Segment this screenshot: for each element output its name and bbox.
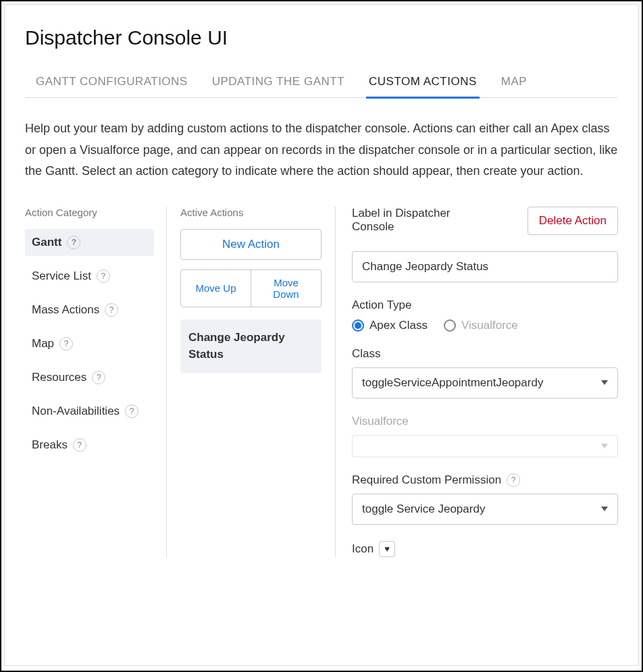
category-label: Mass Actions (32, 303, 99, 317)
category-gantt[interactable]: Gantt ? (25, 229, 154, 256)
active-actions-title: Active Actions (180, 207, 322, 218)
tabs: GANTT CONFIGURATIONS UPDATING THE GANTT … (25, 70, 618, 98)
label-in-console-input[interactable] (352, 251, 618, 282)
class-select[interactable]: toggleServiceAppointmentJeopardy (352, 367, 618, 398)
category-mass-actions[interactable]: Mass Actions ? (25, 296, 154, 324)
help-icon[interactable]: ? (67, 236, 80, 249)
visualforce-select (352, 435, 618, 457)
tab-map[interactable]: MAP (498, 70, 530, 97)
help-icon[interactable]: ? (59, 337, 73, 351)
radio-icon (444, 319, 456, 332)
category-label: Gantt (32, 236, 61, 249)
select-value: toggleServiceAppointmentJeopardy (362, 376, 543, 390)
category-label: Service List (32, 269, 91, 283)
category-map[interactable]: Map ? (25, 330, 154, 357)
chevron-down-icon (601, 380, 608, 385)
new-action-button[interactable]: New Action (180, 229, 322, 260)
chevron-down-icon (601, 507, 608, 511)
category-label: Breaks (32, 438, 68, 452)
heart-icon: ♥ (384, 544, 390, 554)
chevron-down-icon (601, 444, 608, 448)
permission-select[interactable]: toggle Service Jeopardy (352, 494, 618, 525)
category-label: Map (32, 337, 54, 351)
help-icon[interactable]: ? (97, 269, 110, 283)
radio-label: Apex Class (369, 319, 428, 332)
radio-apex-class[interactable]: Apex Class (352, 319, 428, 332)
tab-updating-the-gantt[interactable]: UPDATING THE GANTT (209, 70, 347, 97)
class-label: Class (352, 347, 618, 361)
radio-visualforce[interactable]: Visualforce (444, 319, 518, 332)
icon-picker[interactable]: ♥ (379, 541, 395, 557)
tab-gantt-configurations[interactable]: GANTT CONFIGURATIONS (33, 70, 190, 97)
action-category-panel: Action Category Gantt ? Service List ? M… (25, 207, 167, 557)
category-resources[interactable]: Resources ? (25, 364, 154, 391)
permission-label: Required Custom Permission ? (352, 473, 618, 487)
select-value: toggle Service Jeopardy (362, 502, 485, 516)
action-item-change-jeopardy-status[interactable]: Change Jeopardy Status (180, 319, 322, 373)
tab-custom-actions[interactable]: CUSTOM ACTIONS (366, 70, 480, 99)
page-title: Dispatcher Console UI (25, 26, 618, 49)
radio-label: Visualforce (461, 319, 518, 332)
category-service-list[interactable]: Service List ? (25, 263, 154, 290)
help-icon[interactable]: ? (105, 303, 118, 317)
delete-action-button[interactable]: Delete Action (528, 207, 618, 235)
active-actions-panel: Active Actions New Action Move Up Move D… (167, 207, 336, 557)
action-category-title: Action Category (25, 207, 154, 218)
icon-label: Icon (352, 542, 374, 556)
category-label: Resources (32, 371, 86, 384)
help-icon[interactable]: ? (73, 438, 86, 452)
radio-icon (352, 319, 364, 332)
permission-label-text: Required Custom Permission (352, 473, 501, 487)
category-breaks[interactable]: Breaks ? (25, 432, 154, 459)
action-editor-panel: Label in Dispatcher Console Delete Actio… (336, 207, 618, 557)
action-type-label: Action Type (352, 299, 618, 312)
help-icon[interactable]: ? (92, 371, 105, 384)
move-down-button[interactable]: Move Down (251, 269, 322, 307)
help-text: Help out your team by adding custom acti… (25, 118, 618, 182)
help-icon[interactable]: ? (125, 405, 138, 418)
category-non-availabilities[interactable]: Non-Availabilities ? (25, 398, 154, 425)
label-in-console-label: Label in Dispatcher Console (352, 207, 453, 234)
category-label: Non-Availabilities (32, 405, 120, 418)
move-up-button[interactable]: Move Up (180, 269, 251, 307)
help-icon[interactable]: ? (507, 473, 520, 487)
visualforce-label: Visualforce (352, 415, 618, 428)
